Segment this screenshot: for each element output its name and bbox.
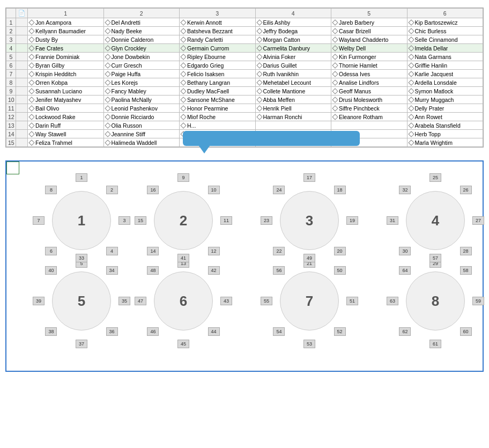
row-number: 10	[6, 96, 16, 104]
cell-text: Fae Crates	[35, 45, 63, 52]
diamond-icon	[256, 28, 262, 34]
diamond-icon	[28, 105, 34, 111]
diamond-icon	[180, 79, 186, 85]
diamond-icon	[332, 71, 338, 77]
seat-box: 22	[273, 247, 285, 255]
table-cell: Eilis Ashby	[255, 18, 331, 27]
cell-text: Symon Matlock	[415, 88, 454, 94]
cell-text: Paige Huffa	[112, 71, 141, 77]
diamond-icon	[180, 28, 186, 34]
table-cell: Randy Carletti	[180, 35, 256, 44]
diamond-icon	[180, 114, 186, 120]
table-row: 8Orren KobpaLes KorejsBethany LangranMeh…	[6, 78, 483, 87]
seat-box: 36	[106, 327, 118, 336]
cell-text: Fancy Mabley	[112, 88, 146, 94]
seat-box: 54	[273, 327, 285, 336]
seat-box: 27	[472, 216, 484, 225]
seat-box: 31	[387, 216, 398, 225]
diamond-icon	[105, 54, 110, 60]
table-cell: Sansone McShane	[180, 96, 256, 104]
row-number: 6	[6, 61, 16, 70]
seat-box: 33	[76, 254, 87, 262]
row-number: 5	[6, 53, 16, 61]
cell-text: Bail Olivo	[35, 105, 59, 112]
table-cell: Casar Brizell	[331, 27, 408, 35]
cell-text: Thornie Hamlet	[339, 62, 377, 69]
cell-text: Drusi Molesworth	[339, 97, 382, 103]
table-cell: Miof Roche	[180, 113, 256, 121]
diamond-icon	[408, 105, 414, 111]
top-seating-section: 📄 1 2 3 4 5 6 1Jon AcamporaDel AndrettiK…	[5, 8, 484, 158]
seat-box: 52	[334, 327, 346, 336]
cell-text: Welby Dell	[339, 45, 366, 52]
cell-text: Donnie Ricciardo	[112, 114, 154, 120]
round-table-circle-2: 2	[154, 191, 213, 250]
diamond-icon	[180, 88, 186, 94]
table-cell: Nady Beeke	[103, 27, 180, 35]
seat-box: 7	[33, 216, 45, 225]
cell-text: Krispin Hedditch	[35, 71, 76, 77]
diamond-icon	[105, 28, 110, 34]
diamond-icon	[28, 114, 34, 120]
row-icon-cell	[16, 87, 28, 96]
diamond-icon	[105, 19, 110, 25]
diamond-icon	[105, 71, 110, 77]
table-cell: Frannie Dominiak	[28, 53, 104, 61]
round-table-circle-6: 6	[154, 271, 213, 331]
col-header-icon: 📄	[16, 9, 28, 18]
seat-box: 56	[273, 266, 285, 275]
diamond-icon	[28, 97, 34, 102]
diamond-icon	[256, 114, 262, 120]
seat-box: 59	[472, 297, 484, 305]
cell-text: Odessa Ives	[339, 71, 370, 77]
seat-box: 60	[460, 327, 472, 336]
table-cell: Kerwin Annott	[180, 18, 256, 27]
cell-text: Jenifer Matyashev	[35, 97, 81, 103]
round-table-circle-5: 5	[52, 271, 111, 331]
cell-text: Ann Rowet	[415, 114, 442, 120]
diamond-icon	[256, 79, 262, 85]
diamond-icon	[180, 62, 186, 68]
row-number: 12	[6, 113, 16, 121]
table-cell: Wayland Chadderto	[331, 35, 408, 44]
diamond-icon	[180, 71, 186, 77]
cell-text: Miof Roche	[187, 114, 216, 120]
cell-text: Dudley MacFaell	[187, 88, 229, 94]
cell-text: H...	[187, 122, 196, 129]
diamond-icon	[105, 131, 110, 137]
table-row: 4Fae CratesGlyn CrockleyGermain CurromCa…	[6, 44, 483, 53]
table-row: 11Bail OlivoLeonid PashenkovHonor Pearmi…	[6, 104, 483, 113]
diamond-icon	[180, 97, 186, 102]
table-cell: Donnie Calderon	[103, 35, 180, 44]
diamond-icon	[28, 45, 34, 51]
cell-text: Edgardo Grieg	[187, 62, 224, 69]
table-cell: Chic Burless	[407, 27, 483, 35]
seating-table-wrap: 📄 1 2 3 4 5 6 1Jon AcamporaDel AndrettiK…	[5, 8, 484, 148]
cell-text: Herb Topp	[415, 131, 441, 137]
table-cell: Krispin Hedditch	[28, 70, 104, 78]
table-cell: Orren Kobpa	[28, 78, 104, 87]
cell-text: Frannie Dominiak	[35, 54, 79, 60]
table-cell: Mehetabel Lecount	[255, 78, 331, 87]
table-row: 9Susannah LucianoFancy MableyDudley MacF…	[6, 87, 483, 96]
diamond-icon	[28, 19, 34, 25]
table-cell: Jareb Barbery	[331, 18, 408, 27]
cell-text: Carmelita Danbury	[263, 45, 310, 52]
seat-box: 43	[220, 297, 232, 305]
diamond-icon	[180, 45, 186, 51]
table-cell: Les Korejs	[103, 78, 180, 87]
seat-box: 6	[45, 247, 57, 255]
diamond-icon	[332, 105, 338, 111]
row-number: 8	[6, 78, 16, 87]
diamond-icon	[256, 36, 262, 42]
cell-text: Del Andretti	[112, 19, 140, 26]
cell-text: Jone Dowbekin	[112, 54, 150, 60]
cell-text: Eleanore Rotham	[339, 114, 383, 120]
table-cell: Paige Huffa	[103, 70, 180, 78]
table-cell: H...	[180, 121, 256, 130]
col-header-5: 5	[331, 9, 408, 18]
diamond-icon	[332, 54, 338, 60]
seat-box: 62	[399, 327, 411, 336]
seat-box: 37	[76, 340, 87, 348]
table-cell: Jone Dowbekin	[103, 53, 180, 61]
